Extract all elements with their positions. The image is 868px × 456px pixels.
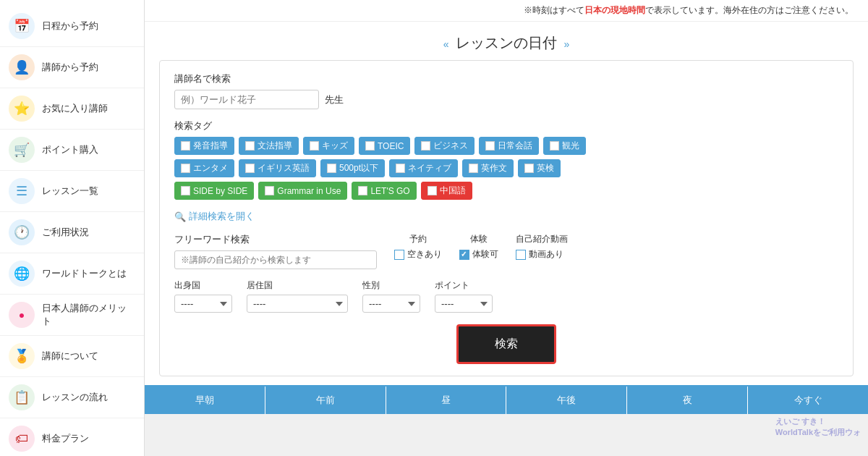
sidebar-item-flow[interactable]: 📋 レッスンの流れ — [0, 377, 144, 418]
detail-search-link[interactable]: 🔍 詳細検索を開く — [174, 210, 838, 223]
sidebar-item-instructor[interactable]: 🏅 講師について — [0, 336, 144, 377]
sidebar-item-points[interactable]: 🛒 ポイント購入 — [0, 130, 144, 171]
tag-business[interactable]: ビジネス — [414, 137, 475, 155]
tag-esakubun[interactable]: 英作文 — [462, 159, 514, 177]
tag-eiken[interactable]: 英検 — [518, 159, 561, 177]
yoyaku-text: 空きあり — [407, 248, 442, 261]
time-tab-night[interactable]: 夜 — [627, 387, 748, 414]
freeword-block: フリーワード検索 — [174, 233, 377, 269]
filter-jiko-check[interactable]: 動画あり — [516, 248, 568, 261]
teacher-search-row: 講師名で検索 先生 — [174, 72, 838, 109]
time-tabs: 早朝 午前 昼 午後 夜 今すぐ — [145, 385, 868, 414]
time-tab-now[interactable]: 今すぐ — [748, 387, 868, 414]
sidebar-label-lessons: レッスン一覧 — [42, 185, 98, 198]
magnify-icon: 🔍 — [174, 211, 186, 222]
right-arrow[interactable]: » — [564, 38, 570, 50]
sidebar-label-teacher: 講師から予約 — [42, 61, 98, 74]
clock-icon: 🕐 — [9, 219, 35, 245]
time-tab-afternoon[interactable]: 午後 — [506, 387, 627, 414]
sidebar-label-plan: 料金プラン — [42, 432, 89, 445]
filter-taiken-check[interactable]: ✓ 体験可 — [459, 248, 498, 261]
tags-section: 検索タグ 発音指導 文法指導 キッズ TOEIC ビジネス 日常会話 観光 エン… — [174, 119, 838, 200]
time-tab-early[interactable]: 早朝 — [145, 387, 265, 414]
teacher-icon: 👤 — [9, 54, 35, 80]
notice-text1: ※時刻はすべて — [524, 5, 584, 15]
sidebar-item-teacher[interactable]: 👤 講師から予約 — [0, 47, 144, 88]
globe-icon: 🌐 — [9, 261, 35, 287]
tag-igirisu[interactable]: イギリス英語 — [239, 159, 316, 177]
tag-grammar[interactable]: Grammar in Use — [258, 182, 347, 200]
tag-nichijou[interactable]: 日常会話 — [479, 137, 539, 155]
watermark: えいご すき！WorldTalkをご利用ウォ — [775, 416, 861, 438]
tags-row1: 発音指導 文法指導 キッズ TOEIC ビジネス 日常会話 観光 — [174, 137, 838, 155]
sidebar-item-merit[interactable]: ● 日本人講師のメリット — [0, 295, 144, 336]
search-panel: 講師名で検索 先生 検索タグ 発音指導 文法指導 キッズ TOEIC ビジネス … — [159, 60, 854, 376]
dropdown-residence-select[interactable]: ---- — [247, 295, 348, 313]
dropdown-gender-select[interactable]: ---- — [362, 295, 420, 313]
dropdown-birthcountry-label: 出身国 — [174, 279, 232, 292]
filter-taiken: 体験 ✓ 体験可 — [459, 233, 498, 261]
tag-chinese[interactable]: 中国語 — [421, 182, 472, 200]
dropdown-gender-label: 性別 — [362, 279, 420, 292]
taiken-text: 体験可 — [472, 248, 498, 261]
dropdown-gender: 性別 ---- — [362, 279, 420, 313]
sidebar-item-plan[interactable]: 🏷 料金プラン — [0, 418, 144, 456]
search-button[interactable]: 検索 — [456, 324, 556, 364]
main-content: ※時刻はすべて日本の現地時間で表示しています。海外在住の方はご注意ください。 «… — [145, 0, 868, 414]
notice-text2: 日本の現地時間 — [584, 5, 645, 15]
sidebar-label-usage: ご利用状況 — [42, 226, 89, 239]
tag-bunpou[interactable]: 文法指導 — [239, 137, 299, 155]
tag-native[interactable]: ネイティブ — [389, 159, 458, 177]
left-arrow[interactable]: « — [443, 38, 449, 50]
sidebar-item-schedule[interactable]: 📅 日程から予約 — [0, 6, 144, 47]
tag-hatsuon[interactable]: 発音指導 — [174, 137, 234, 155]
filter-yoyaku-check[interactable]: 空きあり — [394, 248, 442, 261]
sidebar-label-points: ポイント購入 — [42, 143, 98, 156]
freeword-label: フリーワード検索 — [174, 233, 377, 246]
time-tab-morning[interactable]: 午前 — [265, 387, 386, 414]
jiko-checkbox[interactable] — [516, 250, 526, 260]
tag-500pt[interactable]: 500pt以下 — [320, 159, 385, 177]
dropdown-points: ポイント ---- — [435, 279, 493, 313]
tag-kanko[interactable]: 観光 — [543, 137, 586, 155]
star-icon: ⭐ — [9, 96, 35, 122]
sidebar-label-about: ワールドトークとは — [42, 267, 127, 280]
dropdowns-row: 出身国 ---- 居住国 ---- 性別 ---- — [174, 279, 838, 313]
dot-icon: ● — [9, 302, 35, 328]
sidebar-item-about[interactable]: 🌐 ワールドトークとは — [0, 253, 144, 295]
dropdown-birthcountry-select[interactable]: ---- — [174, 295, 232, 313]
sidebar: 📅 日程から予約 👤 講師から予約 ⭐ お気に入り講師 🛒 ポイント購入 ☰ レ… — [0, 0, 145, 456]
freeword-input[interactable] — [174, 250, 377, 269]
tag-toeic[interactable]: TOEIC — [359, 137, 410, 155]
dropdown-residence-label: 居住国 — [247, 279, 348, 292]
filter-taiken-label: 体験 — [459, 233, 498, 245]
filter-jiko: 自己紹介動画 動画あり — [516, 233, 568, 261]
teacher-search-input[interactable] — [174, 90, 319, 109]
sidebar-label-instructor: 講師について — [42, 350, 98, 363]
tags-row2: エンタメ イギリス英語 500pt以下 ネイティブ 英作文 英検 — [174, 159, 838, 177]
plan-icon: 🏷 — [9, 426, 35, 452]
tag-sidebyside[interactable]: SIDE by SIDE — [174, 182, 254, 200]
tag-entame[interactable]: エンタメ — [174, 159, 234, 177]
dropdown-residence: 居住国 ---- — [247, 279, 348, 313]
tags-row3: SIDE by SIDE Grammar in Use LET'S GO 中国語 — [174, 182, 838, 200]
sidebar-label-schedule: 日程から予約 — [42, 20, 98, 33]
page-title: « レッスンの日付 » — [145, 22, 868, 60]
sidebar-item-lessons[interactable]: ☰ レッスン一覧 — [0, 171, 144, 212]
dropdown-points-select[interactable]: ---- — [435, 295, 493, 313]
jiko-text: 動画あり — [529, 248, 563, 261]
filter-jiko-label: 自己紹介動画 — [516, 233, 568, 245]
search-btn-row: 検索 — [174, 324, 838, 364]
calendar-icon: 📅 — [9, 13, 35, 39]
sidebar-item-usage[interactable]: 🕐 ご利用状況 — [0, 212, 144, 253]
sidebar-item-favorites[interactable]: ⭐ お気に入り講師 — [0, 88, 144, 130]
sidebar-label-flow: レッスンの流れ — [42, 391, 108, 404]
time-tab-noon[interactable]: 昼 — [386, 387, 507, 414]
filter-yoyaku: 予約 空きあり — [394, 233, 442, 261]
yoyaku-checkbox[interactable] — [394, 250, 404, 260]
list-icon: ☰ — [9, 178, 35, 204]
tag-kids[interactable]: キッズ — [303, 137, 354, 155]
notice-text3: で表示しています。海外在住の方はご注意ください。 — [645, 5, 854, 15]
tag-letsgo[interactable]: LET'S GO — [352, 182, 416, 200]
taiken-checkbox[interactable]: ✓ — [459, 250, 469, 260]
